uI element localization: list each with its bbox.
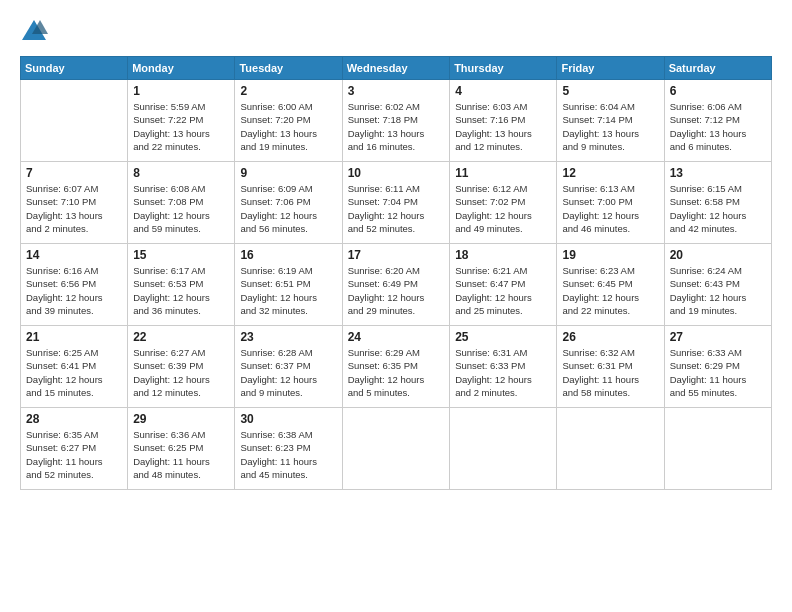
header-wednesday: Wednesday [342,57,449,80]
day-number: 15 [133,248,229,262]
calendar-cell: 6Sunrise: 6:06 AMSunset: 7:12 PMDaylight… [664,80,771,162]
day-number: 28 [26,412,122,426]
day-number: 5 [562,84,658,98]
calendar-cell [21,80,128,162]
day-number: 10 [348,166,444,180]
day-number: 21 [26,330,122,344]
day-info: Sunrise: 6:13 AMSunset: 7:00 PMDaylight:… [562,182,658,235]
calendar-cell: 26Sunrise: 6:32 AMSunset: 6:31 PMDayligh… [557,326,664,408]
day-number: 16 [240,248,336,262]
calendar-cell: 22Sunrise: 6:27 AMSunset: 6:39 PMDayligh… [128,326,235,408]
calendar-cell: 19Sunrise: 6:23 AMSunset: 6:45 PMDayligh… [557,244,664,326]
calendar-cell: 4Sunrise: 6:03 AMSunset: 7:16 PMDaylight… [450,80,557,162]
day-info: Sunrise: 6:29 AMSunset: 6:35 PMDaylight:… [348,346,444,399]
header-sunday: Sunday [21,57,128,80]
day-info: Sunrise: 6:32 AMSunset: 6:31 PMDaylight:… [562,346,658,399]
calendar-cell [557,408,664,490]
day-info: Sunrise: 6:17 AMSunset: 6:53 PMDaylight:… [133,264,229,317]
day-info: Sunrise: 6:03 AMSunset: 7:16 PMDaylight:… [455,100,551,153]
day-info: Sunrise: 6:35 AMSunset: 6:27 PMDaylight:… [26,428,122,481]
day-number: 26 [562,330,658,344]
day-info: Sunrise: 6:31 AMSunset: 6:33 PMDaylight:… [455,346,551,399]
page-header [20,18,772,46]
calendar-cell: 3Sunrise: 6:02 AMSunset: 7:18 PMDaylight… [342,80,449,162]
day-info: Sunrise: 6:15 AMSunset: 6:58 PMDaylight:… [670,182,766,235]
day-number: 23 [240,330,336,344]
day-number: 19 [562,248,658,262]
calendar-header-row: SundayMondayTuesdayWednesdayThursdayFrid… [21,57,772,80]
calendar-cell: 2Sunrise: 6:00 AMSunset: 7:20 PMDaylight… [235,80,342,162]
day-number: 6 [670,84,766,98]
calendar-cell: 18Sunrise: 6:21 AMSunset: 6:47 PMDayligh… [450,244,557,326]
day-number: 8 [133,166,229,180]
day-number: 17 [348,248,444,262]
day-info: Sunrise: 6:11 AMSunset: 7:04 PMDaylight:… [348,182,444,235]
calendar-cell: 13Sunrise: 6:15 AMSunset: 6:58 PMDayligh… [664,162,771,244]
calendar-cell: 21Sunrise: 6:25 AMSunset: 6:41 PMDayligh… [21,326,128,408]
calendar-cell [342,408,449,490]
calendar-cell: 11Sunrise: 6:12 AMSunset: 7:02 PMDayligh… [450,162,557,244]
header-thursday: Thursday [450,57,557,80]
calendar-cell: 12Sunrise: 6:13 AMSunset: 7:00 PMDayligh… [557,162,664,244]
day-number: 22 [133,330,229,344]
day-number: 9 [240,166,336,180]
calendar-cell: 8Sunrise: 6:08 AMSunset: 7:08 PMDaylight… [128,162,235,244]
calendar-cell: 10Sunrise: 6:11 AMSunset: 7:04 PMDayligh… [342,162,449,244]
calendar-cell: 20Sunrise: 6:24 AMSunset: 6:43 PMDayligh… [664,244,771,326]
header-tuesday: Tuesday [235,57,342,80]
day-info: Sunrise: 6:09 AMSunset: 7:06 PMDaylight:… [240,182,336,235]
calendar-cell: 1Sunrise: 5:59 AMSunset: 7:22 PMDaylight… [128,80,235,162]
calendar-cell: 27Sunrise: 6:33 AMSunset: 6:29 PMDayligh… [664,326,771,408]
header-saturday: Saturday [664,57,771,80]
day-number: 1 [133,84,229,98]
day-number: 13 [670,166,766,180]
calendar-cell: 7Sunrise: 6:07 AMSunset: 7:10 PMDaylight… [21,162,128,244]
day-number: 14 [26,248,122,262]
day-info: Sunrise: 6:25 AMSunset: 6:41 PMDaylight:… [26,346,122,399]
day-info: Sunrise: 6:36 AMSunset: 6:25 PMDaylight:… [133,428,229,481]
calendar-cell [450,408,557,490]
calendar-cell: 24Sunrise: 6:29 AMSunset: 6:35 PMDayligh… [342,326,449,408]
day-info: Sunrise: 6:19 AMSunset: 6:51 PMDaylight:… [240,264,336,317]
day-number: 24 [348,330,444,344]
day-info: Sunrise: 5:59 AMSunset: 7:22 PMDaylight:… [133,100,229,153]
day-info: Sunrise: 6:24 AMSunset: 6:43 PMDaylight:… [670,264,766,317]
day-info: Sunrise: 6:06 AMSunset: 7:12 PMDaylight:… [670,100,766,153]
calendar-cell: 17Sunrise: 6:20 AMSunset: 6:49 PMDayligh… [342,244,449,326]
day-number: 25 [455,330,551,344]
day-info: Sunrise: 6:16 AMSunset: 6:56 PMDaylight:… [26,264,122,317]
day-info: Sunrise: 6:20 AMSunset: 6:49 PMDaylight:… [348,264,444,317]
day-info: Sunrise: 6:02 AMSunset: 7:18 PMDaylight:… [348,100,444,153]
day-number: 11 [455,166,551,180]
calendar-cell: 29Sunrise: 6:36 AMSunset: 6:25 PMDayligh… [128,408,235,490]
day-info: Sunrise: 6:00 AMSunset: 7:20 PMDaylight:… [240,100,336,153]
calendar-cell: 15Sunrise: 6:17 AMSunset: 6:53 PMDayligh… [128,244,235,326]
day-number: 27 [670,330,766,344]
day-info: Sunrise: 6:28 AMSunset: 6:37 PMDaylight:… [240,346,336,399]
day-info: Sunrise: 6:23 AMSunset: 6:45 PMDaylight:… [562,264,658,317]
day-info: Sunrise: 6:38 AMSunset: 6:23 PMDaylight:… [240,428,336,481]
logo-icon [20,18,48,46]
logo [20,18,52,46]
day-number: 18 [455,248,551,262]
calendar-cell: 25Sunrise: 6:31 AMSunset: 6:33 PMDayligh… [450,326,557,408]
day-info: Sunrise: 6:07 AMSunset: 7:10 PMDaylight:… [26,182,122,235]
day-number: 4 [455,84,551,98]
day-info: Sunrise: 6:21 AMSunset: 6:47 PMDaylight:… [455,264,551,317]
calendar-cell [664,408,771,490]
day-info: Sunrise: 6:12 AMSunset: 7:02 PMDaylight:… [455,182,551,235]
calendar-cell: 14Sunrise: 6:16 AMSunset: 6:56 PMDayligh… [21,244,128,326]
calendar-table: SundayMondayTuesdayWednesdayThursdayFrid… [20,56,772,490]
header-monday: Monday [128,57,235,80]
calendar-cell: 28Sunrise: 6:35 AMSunset: 6:27 PMDayligh… [21,408,128,490]
day-number: 3 [348,84,444,98]
calendar-cell: 23Sunrise: 6:28 AMSunset: 6:37 PMDayligh… [235,326,342,408]
day-number: 29 [133,412,229,426]
day-number: 7 [26,166,122,180]
day-info: Sunrise: 6:33 AMSunset: 6:29 PMDaylight:… [670,346,766,399]
day-info: Sunrise: 6:27 AMSunset: 6:39 PMDaylight:… [133,346,229,399]
calendar-cell: 30Sunrise: 6:38 AMSunset: 6:23 PMDayligh… [235,408,342,490]
calendar-cell: 9Sunrise: 6:09 AMSunset: 7:06 PMDaylight… [235,162,342,244]
calendar-cell: 5Sunrise: 6:04 AMSunset: 7:14 PMDaylight… [557,80,664,162]
calendar-cell: 16Sunrise: 6:19 AMSunset: 6:51 PMDayligh… [235,244,342,326]
